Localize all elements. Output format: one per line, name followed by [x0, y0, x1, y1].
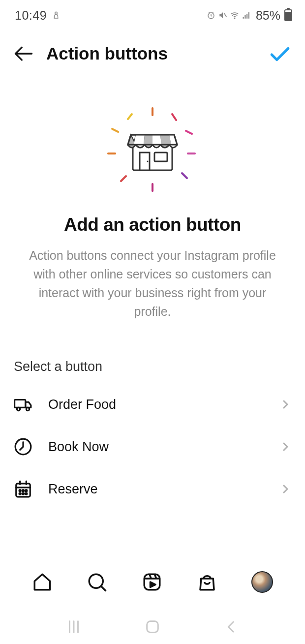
hero-title: Add an action button	[0, 215, 305, 235]
recents-icon[interactable]	[65, 618, 82, 635]
back-system-icon[interactable]	[223, 618, 240, 635]
svg-line-15	[121, 176, 126, 181]
svg-line-10	[172, 114, 176, 120]
clock-icon	[14, 437, 32, 456]
reels-icon[interactable]	[142, 572, 162, 592]
hero-description: Action buttons connect your Instagram pr…	[0, 235, 305, 321]
chevron-right-icon	[279, 441, 291, 453]
alarm-icon	[207, 11, 215, 20]
svg-point-21	[147, 161, 149, 162]
mute-icon	[218, 11, 227, 20]
option-label: Order Food	[32, 397, 279, 412]
home-system-icon[interactable]	[144, 618, 161, 635]
svg-line-17	[112, 129, 118, 132]
system-nav	[0, 613, 305, 640]
svg-rect-5	[244, 15, 245, 19]
section-label: Select a button	[0, 321, 305, 383]
option-label: Book Now	[32, 439, 279, 455]
svg-point-34	[19, 493, 21, 494]
option-order-food[interactable]: Order Food	[0, 383, 305, 426]
app-indicator-icon	[52, 11, 61, 20]
back-arrow-icon[interactable]	[13, 43, 34, 64]
option-book-now[interactable]: Book Now	[0, 426, 305, 468]
svg-point-25	[26, 407, 29, 410]
svg-point-24	[17, 407, 20, 410]
confirm-check-icon[interactable]	[268, 41, 292, 66]
calendar-icon	[14, 480, 32, 498]
app-bottom-nav	[0, 564, 305, 600]
status-time: 10:49	[15, 8, 47, 23]
svg-rect-47	[147, 621, 158, 633]
svg-rect-23	[15, 400, 26, 408]
truck-icon	[14, 395, 32, 414]
wifi-icon	[230, 11, 239, 20]
svg-rect-4	[243, 17, 244, 19]
status-bar: 10:49 85%	[0, 0, 305, 29]
svg-rect-7	[248, 12, 249, 19]
status-left: 10:49	[15, 8, 61, 23]
status-right: 85%	[207, 8, 292, 23]
svg-point-35	[22, 493, 24, 494]
page-header: Action buttons	[0, 29, 305, 76]
chevron-right-icon	[279, 399, 291, 410]
storefront-icon	[103, 99, 202, 198]
svg-point-31	[19, 490, 21, 491]
svg-line-13	[182, 173, 187, 178]
svg-point-36	[26, 493, 27, 494]
hero-illustration	[0, 99, 305, 198]
svg-rect-6	[246, 14, 247, 19]
svg-line-38	[101, 586, 106, 591]
option-label: Reserve	[32, 482, 279, 497]
svg-line-2	[224, 13, 227, 17]
signal-icon	[242, 11, 251, 20]
svg-point-3	[234, 18, 235, 19]
shop-icon[interactable]	[197, 572, 217, 592]
battery-percentage: 85%	[256, 8, 280, 23]
home-icon[interactable]	[32, 572, 53, 592]
page-title: Action buttons	[34, 44, 268, 63]
search-icon[interactable]	[87, 572, 107, 592]
svg-rect-22	[154, 153, 167, 161]
svg-marker-43	[150, 582, 155, 587]
svg-point-33	[26, 490, 27, 491]
svg-line-18	[128, 114, 132, 119]
svg-point-32	[22, 490, 24, 491]
chevron-right-icon	[279, 483, 291, 495]
option-reserve[interactable]: Reserve	[0, 468, 305, 510]
svg-line-11	[186, 131, 192, 134]
battery-icon	[284, 9, 292, 21]
profile-avatar[interactable]	[251, 571, 273, 593]
